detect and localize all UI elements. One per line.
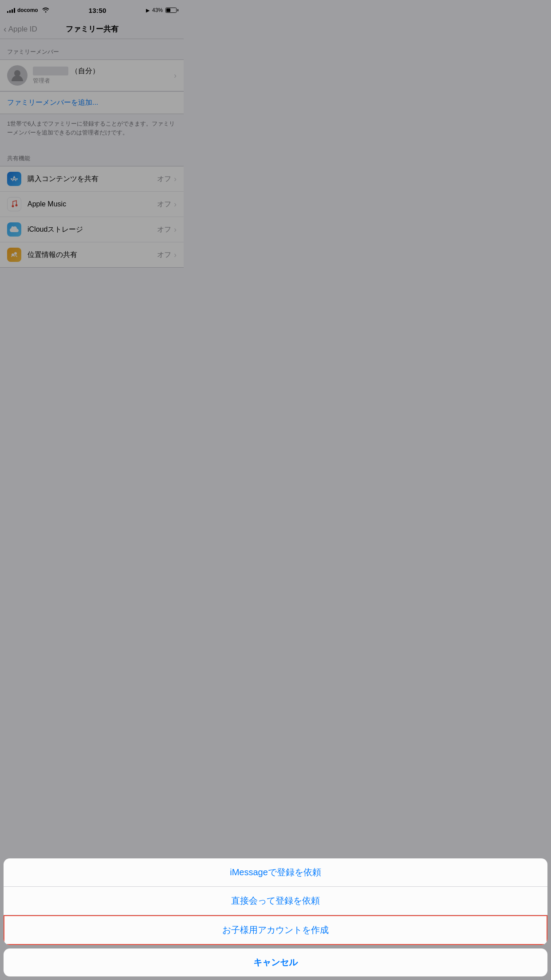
overlay[interactable] xyxy=(0,0,184,327)
